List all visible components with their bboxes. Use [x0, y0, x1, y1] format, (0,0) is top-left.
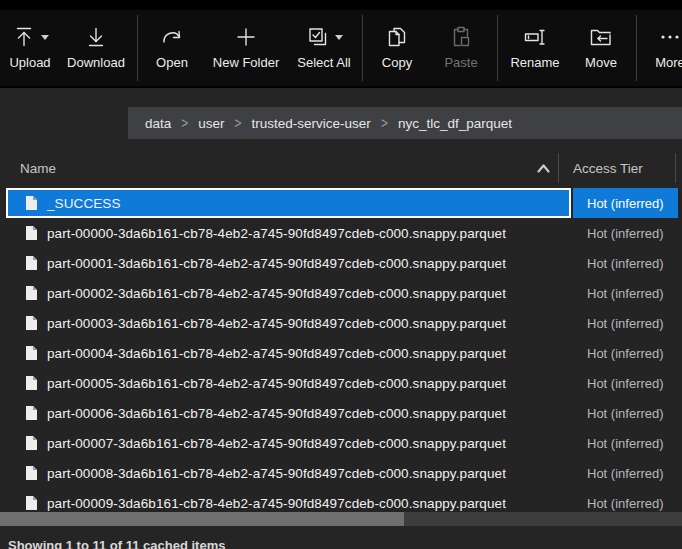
- select-all-label: Select All: [297, 55, 350, 70]
- file-icon: [24, 285, 38, 301]
- upload-button[interactable]: Upload: [2, 10, 58, 86]
- more-button[interactable]: More: [640, 10, 682, 86]
- chevron-down-icon[interactable]: [335, 35, 343, 40]
- access-tier-value: Hot (inferred): [587, 496, 664, 511]
- navigation-bar: data>user>trusted-service-user>nyc_tlc_d…: [0, 90, 682, 148]
- table-header: Name Access Tier: [0, 148, 682, 188]
- column-header-access-tier-label: Access Tier: [573, 161, 643, 176]
- more-icon: [658, 25, 682, 49]
- access-tier-cell: Hot (inferred): [573, 368, 678, 398]
- file-name-cell[interactable]: part-00004-3da6b161-cb78-4eb2-a745-90fd8…: [6, 338, 571, 368]
- table-row[interactable]: part-00001-3da6b161-cb78-4eb2-a745-90fd8…: [0, 248, 682, 278]
- file-icon: [24, 345, 38, 361]
- file-name-cell[interactable]: part-00009-3da6b161-cb78-4eb2-a745-90fd8…: [6, 488, 571, 512]
- new-folder-icon: [234, 25, 258, 49]
- table-row[interactable]: part-00003-3da6b161-cb78-4eb2-a745-90fd8…: [0, 308, 682, 338]
- file-icon: [24, 465, 38, 481]
- breadcrumb-segment[interactable]: trusted-service-user: [252, 116, 371, 131]
- rename-button[interactable]: Rename: [501, 10, 569, 86]
- file-name: part-00009-3da6b161-cb78-4eb2-a745-90fd8…: [47, 496, 506, 511]
- paste-icon: [449, 25, 473, 49]
- table-row[interactable]: _SUCCESSHot (inferred): [0, 188, 682, 218]
- access-tier-value: Hot (inferred): [587, 226, 664, 241]
- file-name-cell[interactable]: part-00000-3da6b161-cb78-4eb2-a745-90fd8…: [6, 218, 571, 248]
- table-row[interactable]: part-00007-3da6b161-cb78-4eb2-a745-90fd8…: [0, 428, 682, 458]
- chevron-down-icon[interactable]: [41, 35, 49, 40]
- breadcrumb-separator-icon: >: [381, 114, 388, 132]
- access-tier-value: Hot (inferred): [587, 376, 664, 391]
- copy-button[interactable]: Copy: [366, 10, 428, 86]
- file-name: part-00004-3da6b161-cb78-4eb2-a745-90fd8…: [47, 346, 506, 361]
- column-header-access-tier[interactable]: Access Tier: [573, 148, 643, 188]
- sort-ascending-icon: [536, 163, 551, 174]
- move-button[interactable]: Move: [569, 10, 633, 86]
- file-name-cell[interactable]: part-00008-3da6b161-cb78-4eb2-a745-90fd8…: [6, 458, 571, 488]
- access-tier-value: Hot (inferred): [587, 256, 664, 271]
- access-tier-cell: Hot (inferred): [573, 278, 678, 308]
- download-icon: [84, 25, 108, 49]
- column-divider[interactable]: [675, 153, 676, 183]
- file-name-cell[interactable]: part-00006-3da6b161-cb78-4eb2-a745-90fd8…: [6, 398, 571, 428]
- download-button[interactable]: Download: [58, 10, 134, 86]
- toolbar-divider: [636, 15, 637, 81]
- file-icon: [24, 315, 38, 331]
- move-label: Move: [585, 55, 617, 70]
- table-row[interactable]: part-00000-3da6b161-cb78-4eb2-a745-90fd8…: [0, 218, 682, 248]
- file-name-cell[interactable]: part-00005-3da6b161-cb78-4eb2-a745-90fd8…: [6, 368, 571, 398]
- table-row[interactable]: part-00002-3da6b161-cb78-4eb2-a745-90fd8…: [0, 278, 682, 308]
- access-tier-value: Hot (inferred): [587, 436, 664, 451]
- scrollbar-thumb[interactable]: [0, 512, 404, 526]
- column-divider[interactable]: [558, 153, 559, 183]
- status-text: Showing 1 to 11 of 11 cached items: [8, 538, 225, 549]
- file-name: part-00008-3da6b161-cb78-4eb2-a745-90fd8…: [47, 466, 506, 481]
- file-name-cell[interactable]: part-00003-3da6b161-cb78-4eb2-a745-90fd8…: [6, 308, 571, 338]
- rename-label: Rename: [510, 55, 559, 70]
- breadcrumb-segment[interactable]: user: [198, 116, 224, 131]
- paste-button[interactable]: Paste: [428, 10, 494, 86]
- move-icon: [588, 25, 614, 49]
- file-name: part-00001-3da6b161-cb78-4eb2-a745-90fd8…: [47, 256, 506, 271]
- file-name-cell[interactable]: part-00002-3da6b161-cb78-4eb2-a745-90fd8…: [6, 278, 571, 308]
- access-tier-cell: Hot (inferred): [573, 248, 678, 278]
- column-header-name[interactable]: Name: [20, 148, 56, 188]
- table-row[interactable]: part-00004-3da6b161-cb78-4eb2-a745-90fd8…: [0, 338, 682, 368]
- upload-label: Upload: [9, 55, 50, 70]
- table-row[interactable]: part-00006-3da6b161-cb78-4eb2-a745-90fd8…: [0, 398, 682, 428]
- paste-label: Paste: [444, 55, 477, 70]
- file-icon: [24, 435, 38, 451]
- access-tier-cell: Hot (inferred): [573, 488, 678, 512]
- breadcrumb-segment[interactable]: data: [145, 116, 171, 131]
- open-button[interactable]: Open: [141, 10, 203, 86]
- access-tier-cell: Hot (inferred): [573, 308, 678, 338]
- file-icon: [24, 375, 38, 391]
- file-name-cell[interactable]: part-00001-3da6b161-cb78-4eb2-a745-90fd8…: [6, 248, 571, 278]
- access-tier-cell: Hot (inferred): [573, 428, 678, 458]
- toolbar-divider: [362, 15, 363, 81]
- select-all-button[interactable]: Select All: [289, 10, 359, 86]
- toolbar-divider: [497, 15, 498, 81]
- upload-icon: [12, 25, 36, 49]
- file-name-cell[interactable]: part-00007-3da6b161-cb78-4eb2-a745-90fd8…: [6, 428, 571, 458]
- horizontal-scrollbar[interactable]: [0, 512, 682, 526]
- breadcrumb-segment[interactable]: nyc_tlc_df_parquet: [398, 116, 512, 131]
- table-row[interactable]: part-00005-3da6b161-cb78-4eb2-a745-90fd8…: [0, 368, 682, 398]
- access-tier-cell: Hot (inferred): [573, 338, 678, 368]
- toolbar-divider: [137, 15, 138, 81]
- table-row[interactable]: part-00009-3da6b161-cb78-4eb2-a745-90fd8…: [0, 488, 682, 512]
- table-row[interactable]: part-00008-3da6b161-cb78-4eb2-a745-90fd8…: [0, 458, 682, 488]
- access-tier-cell: Hot (inferred): [573, 458, 678, 488]
- file-list: _SUCCESSHot (inferred) part-00000-3da6b1…: [0, 188, 682, 512]
- access-tier-value: Hot (inferred): [587, 196, 664, 211]
- access-tier-cell: Hot (inferred): [573, 398, 678, 428]
- file-icon: [24, 225, 38, 241]
- new-folder-button[interactable]: New Folder: [203, 10, 289, 86]
- file-name: part-00000-3da6b161-cb78-4eb2-a745-90fd8…: [47, 226, 506, 241]
- open-icon: [159, 25, 185, 49]
- breadcrumb: data>user>trusted-service-user>nyc_tlc_d…: [128, 107, 682, 139]
- access-tier-cell: Hot (inferred): [573, 218, 678, 248]
- window-top-strip: [0, 0, 682, 10]
- access-tier-value: Hot (inferred): [587, 286, 664, 301]
- file-icon: [24, 495, 38, 511]
- access-tier-value: Hot (inferred): [587, 346, 664, 361]
- file-name-cell[interactable]: _SUCCESS: [6, 188, 571, 218]
